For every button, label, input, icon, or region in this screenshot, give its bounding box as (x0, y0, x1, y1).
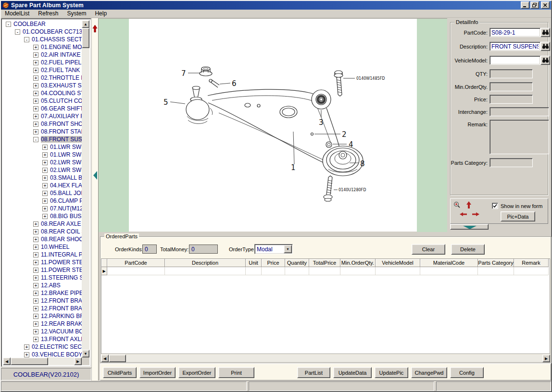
expand-icon[interactable]: + (33, 114, 38, 119)
tree-node-label[interactable]: 12.VACUUM BOO (41, 328, 82, 335)
expand-icon[interactable]: + (33, 75, 38, 81)
tree-node[interactable]: +12.FRONT BRAKE (3, 305, 82, 312)
expand-icon[interactable]: + (24, 344, 29, 350)
tree-node-label[interactable]: 12.PARKING BRA (41, 313, 82, 319)
tree-node[interactable]: +08.REAR AXLE AS (3, 220, 82, 228)
tree-node[interactable]: +08.REAR SHOCK (3, 235, 82, 243)
tree-node[interactable]: +02.FUEL TANK (3, 66, 82, 74)
expand-icon[interactable]: + (33, 252, 38, 257)
menu-item-modellist[interactable]: ModelList (1, 9, 33, 18)
dropdown-arrow-icon[interactable]: ▼ (284, 245, 292, 253)
grid-cell[interactable] (107, 267, 165, 275)
expand-icon[interactable]: + (42, 191, 48, 196)
tree-node[interactable]: +12.PARKING BRA (3, 312, 82, 320)
expand-icon[interactable]: + (33, 122, 38, 127)
zoom-icon[interactable] (453, 201, 461, 209)
tree-node[interactable]: -COOLBEAR (3, 20, 82, 28)
tree-node-label[interactable]: 07.NUT(M12× (50, 205, 82, 212)
tree-node-label[interactable]: 03.EXHAUST SYS (41, 82, 82, 89)
tree-node-label[interactable]: 03.SMALL BU (50, 174, 82, 181)
tree-node-label[interactable]: 12.BRAKE PIPELI (41, 290, 82, 296)
collapse-icon[interactable]: - (33, 137, 38, 142)
expand-icon[interactable]: + (42, 145, 48, 150)
tree-node[interactable]: +12.FRONT BRAKE (3, 297, 82, 305)
tree-node-label[interactable]: 01.LWR SWIN (50, 151, 82, 158)
expand-icon[interactable]: + (33, 60, 38, 65)
grid-column-header[interactable]: Remark (514, 259, 549, 267)
close-button[interactable] (541, 1, 550, 9)
expand-icon[interactable]: + (42, 175, 48, 181)
partlist-button[interactable]: PartList (297, 367, 330, 378)
grid-column-header[interactable]: Unit (246, 259, 262, 267)
grid-cell[interactable] (514, 267, 549, 275)
tree-node-label[interactable]: 02.LWR SWIN (50, 167, 82, 173)
vehicle-model-field[interactable] (489, 56, 540, 65)
grid-column-header[interactable]: MaterialCode (420, 259, 478, 267)
grid-scroll-left-icon[interactable]: ◀ (101, 355, 109, 362)
menu-item-refresh[interactable]: Refresh (34, 9, 62, 18)
childparts-button[interactable]: ChildParts (103, 367, 137, 378)
tree-node[interactable]: +11.STEERING SH (3, 274, 82, 282)
tree-node-label[interactable]: 12.ABS (41, 282, 61, 289)
tree-scroll-up-icon[interactable]: ▲ (82, 20, 89, 28)
tree-node-label[interactable]: 13.FRONT AXLE F (41, 336, 82, 343)
tree-node-label[interactable]: 02.THROTTLE PE (41, 74, 82, 81)
expand-icon[interactable]: + (33, 221, 38, 227)
tree-node[interactable]: +05.CLUTCH CONT (3, 97, 82, 105)
expand-icon[interactable]: + (33, 129, 38, 135)
part-code-search-button[interactable] (540, 28, 550, 37)
expand-icon[interactable]: + (33, 68, 38, 73)
expand-icon[interactable]: + (33, 321, 38, 327)
tree-node-label[interactable]: 08.REAR COIL SF (41, 228, 82, 235)
tree-node-label[interactable]: 08.REAR AXLE AS (41, 220, 82, 227)
tree-node[interactable]: +02.ELECTRIC SECTIO (3, 343, 82, 351)
grid-column-header[interactable]: Description (165, 259, 246, 267)
tree-node-label[interactable]: 06.CLAMP PIN (50, 197, 82, 204)
tree-node[interactable]: +03.VEHICLE BODY (3, 351, 82, 357)
tree-node-label[interactable]: 07.AUXILIARY FR (41, 113, 82, 120)
restore-button[interactable] (530, 1, 539, 9)
tree-node-label[interactable]: 03.VEHICLE BODY (32, 351, 82, 357)
tree-node-label[interactable]: 01.ENGINE MOUN (41, 44, 82, 50)
tree-node-label[interactable]: 02.ELECTRIC SECTIO (32, 343, 82, 350)
tree-node[interactable]: +04.COOLING SYS (3, 89, 82, 97)
tree-node[interactable]: +06.CLAMP PIN (3, 197, 82, 205)
splitter[interactable] (91, 18, 99, 380)
expand-icon[interactable]: + (33, 45, 38, 50)
tree-node[interactable]: +02.LWR SWIN (3, 166, 82, 174)
tree-node[interactable]: +11.POWER STEE (3, 258, 82, 266)
expand-icon[interactable]: + (33, 98, 38, 104)
expand-icon[interactable]: + (33, 106, 38, 111)
tree-node-label[interactable]: 12.FRONT BRAKE (41, 297, 82, 304)
grid-column-header[interactable]: VehicleModel (376, 259, 420, 267)
tree-node-label[interactable]: 06.GEAR SHIFT C (41, 105, 82, 112)
pan-left-icon[interactable] (459, 212, 467, 217)
grid-cell[interactable] (262, 267, 285, 275)
splitter-collapse-icon[interactable] (93, 171, 97, 180)
grid-column-header[interactable]: TotalPrice (309, 259, 340, 267)
importorder-button[interactable]: ImportOrder (139, 367, 176, 378)
collapse-icon[interactable]: - (6, 22, 11, 27)
part-code-field[interactable] (489, 28, 540, 37)
pan-up-icon[interactable] (466, 201, 472, 209)
grid-hscrollbar[interactable]: ◀ ▶ (101, 355, 550, 362)
expand-icon[interactable]: + (42, 214, 48, 219)
tree-node[interactable]: +04.HEX FLAN (3, 182, 82, 189)
tree-node[interactable]: +08.BIG BUSHI (3, 212, 82, 220)
tree-node-label[interactable]: 08.BIG BUSHI (50, 213, 82, 220)
tree-node[interactable]: +07.AUXILIARY FR (3, 112, 82, 120)
tree-node-label[interactable]: 12.FRONT BRAKE (41, 305, 82, 312)
tree-node-label[interactable]: 10.WHEEL (41, 244, 69, 250)
expand-icon[interactable]: + (42, 206, 48, 211)
description-search-button[interactable] (540, 42, 550, 51)
part-code-input[interactable] (491, 29, 539, 37)
expand-icon[interactable]: + (33, 268, 38, 273)
pic-data-button[interactable]: Pic+Data (501, 211, 535, 221)
updatepic-button[interactable]: UpdatePic (375, 367, 408, 378)
expand-icon[interactable]: + (33, 337, 38, 342)
expand-icon[interactable]: + (33, 83, 38, 88)
tree-node[interactable]: +12.REAR BRAKE (3, 320, 82, 328)
grid-column-header[interactable]: Quantity (285, 259, 309, 267)
tree-node-label[interactable]: 02.LWR SWIN (50, 159, 82, 166)
tree-node-label[interactable]: COOLBEAR (13, 21, 46, 27)
